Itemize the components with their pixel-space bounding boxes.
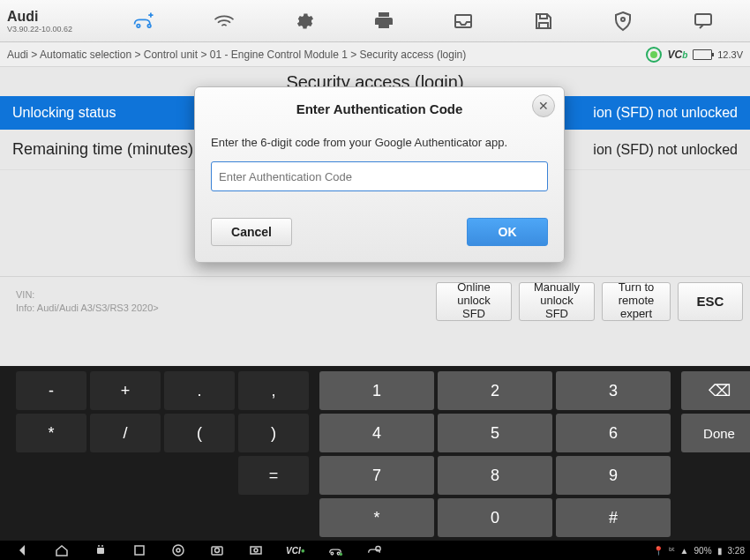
vin-label: VIN: bbox=[16, 288, 159, 301]
status-label: Unlocking status bbox=[12, 105, 116, 121]
key-6[interactable]: 6 bbox=[556, 414, 671, 452]
vci-icon[interactable]: VCI● bbox=[286, 543, 305, 557]
save-icon[interactable] bbox=[528, 5, 559, 37]
wifi-icon[interactable] bbox=[208, 5, 240, 37]
key-9[interactable]: 9 bbox=[556, 456, 671, 495]
svg-rect-13 bbox=[251, 547, 261, 554]
key-2[interactable]: 2 bbox=[438, 371, 552, 410]
svg-point-6 bbox=[98, 545, 100, 547]
car-status-icon[interactable] bbox=[326, 543, 344, 557]
svg-rect-8 bbox=[135, 546, 144, 555]
system-nav-bar: VCI● 📍 ᵇᵗ ▲ 90% ▮ 3:28 bbox=[0, 541, 750, 560]
key-+[interactable]: + bbox=[90, 371, 161, 410]
svg-point-10 bbox=[176, 549, 180, 552]
footer-row: VIN: Info: Audi/Audi A3/S3/RS3 2020> Onl… bbox=[0, 276, 750, 325]
print-icon[interactable] bbox=[368, 5, 400, 37]
info-label: Info: Audi/Audi A3/S3/RS3 2020> bbox=[16, 302, 159, 314]
breadcrumb: Audi > Automatic selection > Control uni… bbox=[7, 49, 646, 61]
chrome-icon[interactable] bbox=[169, 543, 187, 557]
key-/[interactable]: / bbox=[90, 414, 161, 452]
battery-percent: 90% bbox=[694, 546, 712, 556]
cancel-button[interactable]: Cancel bbox=[211, 218, 292, 246]
key-3[interactable]: 3 bbox=[556, 371, 671, 410]
online-unlock-button[interactable]: Online unlock SFD bbox=[436, 282, 512, 321]
breadcrumb-bar: Audi > Automatic selection > Control uni… bbox=[0, 42, 750, 67]
key-=[interactable]: = bbox=[238, 456, 309, 495]
key-1[interactable]: 1 bbox=[319, 371, 434, 410]
app-header: Audi V3.90.22-10.00.62 bbox=[0, 0, 750, 42]
svg-point-15 bbox=[331, 552, 334, 555]
svg-rect-5 bbox=[97, 548, 104, 554]
top-toolbar bbox=[97, 5, 750, 37]
back-icon[interactable] bbox=[14, 543, 32, 557]
key--[interactable]: - bbox=[16, 371, 86, 410]
done-key[interactable]: Done bbox=[681, 414, 750, 452]
status-value: ion (SFD) not unlocked bbox=[593, 142, 738, 158]
ok-button[interactable]: OK bbox=[467, 218, 548, 246]
key-*[interactable]: * bbox=[319, 498, 434, 537]
svg-point-12 bbox=[215, 549, 220, 553]
brand-version: V3.90.22-10.00.62 bbox=[7, 25, 90, 34]
modal-title: Enter Authentication Code bbox=[211, 101, 548, 116]
battery-small-icon: ▮ bbox=[717, 546, 723, 556]
key-7[interactable]: 7 bbox=[319, 456, 434, 495]
status-value: ion (SFD) not unlocked bbox=[593, 105, 738, 121]
sysbar-right: 📍 ᵇᵗ ▲ 90% ▮ 3:28 bbox=[653, 546, 745, 556]
key-*[interactable]: * bbox=[16, 414, 86, 452]
shield-icon[interactable] bbox=[607, 5, 639, 37]
backspace-key[interactable]: ⌫ bbox=[681, 371, 750, 410]
camera-icon[interactable] bbox=[208, 543, 226, 557]
location-icon: 📍 bbox=[653, 546, 664, 556]
key-.[interactable]: . bbox=[164, 371, 235, 410]
key-,[interactable]: , bbox=[238, 371, 309, 410]
vcb-label: VCb bbox=[667, 49, 687, 61]
svg-point-7 bbox=[101, 545, 103, 547]
remote-expert-button[interactable]: Turn to remote expert bbox=[602, 282, 671, 321]
globe-icon bbox=[646, 47, 662, 63]
status-icons: VCb 12.3V bbox=[646, 47, 743, 63]
android-icon[interactable] bbox=[92, 543, 109, 557]
status-label: Remaining time (minutes) bbox=[12, 140, 193, 159]
recent-icon[interactable] bbox=[131, 543, 148, 557]
vehicle-info: VIN: Info: Audi/Audi A3/S3/RS3 2020> bbox=[7, 288, 168, 314]
svg-point-1 bbox=[148, 24, 152, 27]
key-5[interactable]: 5 bbox=[438, 414, 552, 452]
close-icon[interactable]: ✕ bbox=[532, 94, 555, 117]
key-#[interactable]: # bbox=[556, 498, 671, 537]
key-4[interactable]: 4 bbox=[319, 414, 434, 452]
brand-block: Audi V3.90.22-10.00.62 bbox=[0, 5, 97, 37]
esc-button[interactable]: ESC bbox=[678, 282, 743, 321]
user-car-icon[interactable] bbox=[365, 543, 383, 557]
battery-icon bbox=[693, 49, 712, 60]
clock: 3:28 bbox=[728, 546, 745, 556]
modal-message: Enter the 6-digit code from your Google … bbox=[211, 136, 548, 149]
numeric-keyboard: -+.,*/()= 123456789*0# ⌫ Done bbox=[0, 366, 750, 541]
auth-code-input[interactable] bbox=[211, 161, 548, 191]
brightness-icon[interactable] bbox=[247, 543, 265, 557]
gear-icon[interactable] bbox=[288, 5, 319, 37]
key-8[interactable]: 8 bbox=[438, 456, 552, 495]
auth-code-modal: ✕ Enter Authentication Code Enter the 6-… bbox=[194, 86, 565, 263]
brand-title: Audi bbox=[7, 9, 90, 25]
inbox-icon[interactable] bbox=[447, 5, 479, 37]
svg-point-3 bbox=[621, 18, 625, 21]
bt-icon: ᵇᵗ bbox=[669, 546, 675, 556]
key-)[interactable]: ) bbox=[238, 414, 309, 452]
car-plus-icon[interactable] bbox=[128, 5, 160, 37]
svg-point-9 bbox=[173, 545, 184, 556]
chat-icon[interactable] bbox=[687, 5, 719, 37]
svg-point-14 bbox=[254, 549, 258, 552]
key-0[interactable]: 0 bbox=[438, 498, 552, 537]
voltage-value: 12.3V bbox=[717, 49, 743, 60]
manual-unlock-button[interactable]: Manually unlock SFD bbox=[519, 282, 595, 321]
svg-point-17 bbox=[339, 553, 342, 556]
key-([interactable]: ( bbox=[164, 414, 235, 452]
svg-point-0 bbox=[137, 24, 140, 27]
home-icon[interactable] bbox=[53, 543, 71, 557]
wifi-small-icon: ▲ bbox=[680, 546, 689, 556]
